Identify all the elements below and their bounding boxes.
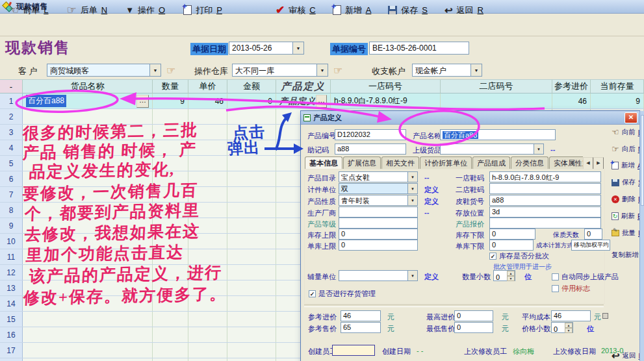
grid-cell[interactable]: 9 — [153, 93, 188, 108]
row-number[interactable]: 6 — [0, 171, 23, 186]
store1-code-input[interactable]: h-8.9.0白-7.8.9.0红-9 — [489, 171, 601, 182]
doc-date-select[interactable]: 2013-05-26 ▼ — [229, 42, 304, 55]
dialog-tab[interactable]: 扩展信息 — [343, 156, 381, 169]
chevron-down-icon[interactable]: ▼ — [407, 195, 417, 205]
product-definition-link[interactable]: 产品定义 — [279, 95, 316, 107]
spinner-up-icon[interactable]: ▲ — [507, 271, 515, 276]
checkbox-icon[interactable] — [552, 285, 559, 292]
max-buy-input[interactable]: 0 — [454, 310, 493, 321]
row-number[interactable]: 11 — [0, 249, 23, 264]
row-number[interactable]: 18 — [0, 358, 23, 361]
aux-unit-select[interactable]: ▼ — [339, 270, 418, 281]
store2-code-input[interactable] — [489, 183, 601, 194]
grid-cell[interactable] — [23, 358, 153, 361]
hand-lookup-icon[interactable]: ☞ — [166, 64, 175, 77]
aux-unit-define-link[interactable]: 定义 — [424, 272, 439, 282]
avg-cost-input[interactable]: 46 — [551, 310, 591, 321]
grid-cell[interactable] — [188, 358, 227, 361]
min-sell-input[interactable]: 0 — [454, 322, 493, 333]
customer-select[interactable]: 商贸城顾客 ▼ — [47, 64, 161, 77]
nature-select[interactable]: 青年时装▼ — [339, 195, 418, 206]
catalog-link[interactable]: -- — [424, 173, 429, 181]
spinner-up-icon[interactable]: ▲ — [565, 323, 573, 328]
grid-cell[interactable]: h-8.9.0白-7.8.9.0红-9 — [331, 93, 441, 108]
row-number[interactable]: 10 — [0, 234, 23, 249]
dialog-button-L[interactable]: 向前L — [612, 127, 642, 137]
warehouse-select[interactable]: 大不同一库 ▼ — [232, 64, 328, 77]
toolbar-button-L[interactable]: 前单L — [9, 3, 48, 17]
grid-cell[interactable]: 46 — [552, 93, 591, 108]
single-upper-input[interactable]: 0 — [339, 240, 418, 251]
grid-cell[interactable] — [227, 327, 276, 342]
row-number[interactable]: 7 — [0, 187, 23, 202]
grid-column-header[interactable]: 金额 — [227, 80, 276, 93]
grid-cell[interactable] — [227, 312, 276, 327]
toolbar-button-P[interactable]: 打印P — [183, 3, 222, 17]
checkbox-sync-parent[interactable]: 自动同步上级产品 — [552, 272, 638, 282]
dialog-button-E[interactable]: 刷新E — [612, 212, 642, 221]
grid-cell[interactable] — [188, 343, 227, 358]
tab-scroll-right-icon[interactable]: ▶ — [593, 157, 604, 169]
checkbox-batch[interactable]: ✓ 库存是否分批次 — [489, 251, 549, 261]
grid-cell[interactable] — [227, 296, 276, 311]
grid-cell[interactable]: 9 — [591, 93, 644, 108]
product-name-input[interactable]: 百分百a88 — [440, 129, 556, 140]
toolbar-button-S[interactable]: 保存S — [388, 3, 428, 17]
ellipsis-button[interactable]: … — [136, 95, 149, 108]
dialog-tab[interactable]: 实体属性定义 — [549, 156, 583, 169]
row-number[interactable]: 4 — [0, 140, 23, 155]
catalog-select[interactable]: 宝点女鞋▼ — [339, 171, 418, 182]
parent-item-link[interactable]: -- — [550, 145, 555, 153]
parent-item-select[interactable]: ▼ — [440, 143, 544, 155]
toolbar-button-O[interactable]: 操作O — [125, 3, 165, 17]
row-number[interactable]: 8 — [0, 203, 23, 218]
return-button[interactable]: 返回B — [612, 350, 643, 361]
grid-cell[interactable] — [227, 171, 276, 186]
grid-column-header[interactable]: 当前存量 — [591, 80, 644, 93]
toolbar-button-R[interactable]: 返回R — [444, 3, 483, 17]
spinner-arrows[interactable]: ▲▼ — [565, 323, 573, 332]
grid-cell[interactable] — [153, 312, 188, 327]
grid-column-header[interactable]: 货品名称 — [23, 80, 153, 93]
shelf-days-input[interactable]: 0 — [584, 229, 602, 240]
grid-cell[interactable]: 产品定义… — [276, 93, 331, 108]
dialog-button-A[interactable]: 新增A — [612, 161, 642, 170]
checkbox-icon[interactable] — [552, 273, 559, 280]
manufacturer-input[interactable] — [339, 206, 418, 218]
dialog-tab[interactable]: 产品组成 — [472, 156, 510, 169]
dialog-button-I[interactable]: 批量I — [612, 229, 640, 238]
dialog-tab[interactable]: 计价折算单位 — [420, 156, 472, 169]
grid-cell[interactable] — [227, 343, 276, 358]
grid-cell[interactable] — [188, 327, 227, 342]
doc-no-input[interactable]: BE-13-05-26-0001 — [369, 42, 469, 55]
tab-scroll-left-icon[interactable]: ◀ — [583, 157, 593, 169]
grid-column-header[interactable]: 数量 — [153, 80, 188, 93]
stock-lower-input[interactable]: 0 — [489, 229, 535, 240]
grade-input[interactable] — [339, 218, 418, 229]
grid-cell[interactable] — [227, 265, 276, 280]
grid-cell[interactable] — [153, 358, 188, 361]
ref-buy-input[interactable]: 46 — [341, 310, 381, 321]
checkbox-icon[interactable]: ✓ — [489, 253, 496, 260]
dialog-button-S[interactable]: 保存S — [612, 178, 643, 187]
location-input[interactable]: 3d — [489, 206, 601, 218]
stock-upper-input[interactable]: 0 — [339, 229, 418, 240]
grid-column-header[interactable]: 二店码号 — [441, 80, 552, 93]
grid-column-header[interactable]: 单价 — [188, 80, 227, 93]
grid-cell[interactable] — [227, 234, 276, 249]
dialog-tab[interactable]: 分类信息 — [511, 156, 548, 169]
grid-cell[interactable] — [227, 187, 276, 202]
ref-sell-input[interactable]: 65 — [341, 322, 381, 333]
price-decimals-spinner[interactable]: 0 ▲▼ — [551, 322, 573, 333]
row-number[interactable]: 13 — [0, 280, 23, 295]
checkbox-inventory-mgmt[interactable]: ✓ 是否进行存货管理 — [309, 289, 376, 299]
chevron-down-icon[interactable]: ▼ — [534, 144, 543, 154]
checkbox-disabled-flag[interactable]: 停用标志 — [552, 284, 590, 293]
row-number[interactable]: 9 — [0, 218, 23, 233]
grid-cell[interactable] — [23, 312, 153, 327]
grid-cell[interactable] — [441, 93, 552, 108]
chevron-down-icon[interactable]: ▼ — [149, 64, 161, 76]
grid-cell[interactable] — [227, 203, 276, 218]
spinner-arrows[interactable]: ▲▼ — [507, 271, 515, 280]
grid-cell[interactable] — [188, 312, 227, 327]
